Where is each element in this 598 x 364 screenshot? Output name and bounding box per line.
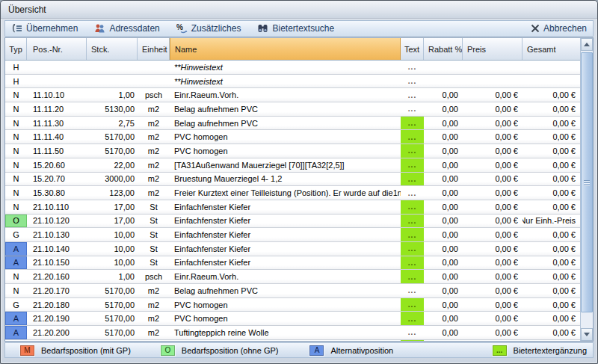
cell-einheit	[138, 61, 170, 74]
cell-bietertext[interactable]: ...	[401, 326, 424, 339]
percent-icon: %	[176, 23, 188, 34]
cell-bietertext[interactable]: ...	[401, 61, 424, 74]
cell-bietertext[interactable]: ...	[401, 228, 424, 241]
thumb-grip-icon	[584, 180, 590, 181]
column-header-text[interactable]: Text	[401, 38, 424, 60]
abbrechen-button[interactable]: Abbrechen	[531, 23, 587, 34]
cell-einheit: m2	[138, 173, 170, 186]
vertical-scrollbar[interactable]	[580, 38, 593, 341]
table-row[interactable]: A 21.10.140 10,00 St Einfachfenster Kief…	[5, 242, 580, 256]
cell-bietertext[interactable]: ...	[401, 298, 424, 312]
cell-bietertext[interactable]: ...	[401, 173, 424, 186]
column-header-stck[interactable]: Stck.	[87, 38, 138, 60]
column-header-einheit[interactable]: Einheit	[138, 38, 170, 60]
cell-typ: N	[5, 102, 27, 116]
adressdaten-button[interactable]: Adressdaten	[94, 23, 159, 34]
scroll-up-button[interactable]	[581, 38, 593, 51]
cell-einheit: St	[138, 242, 170, 256]
legend-color-dots: ...	[493, 345, 507, 356]
bietertextsuche-button[interactable]: Bietertextsuche	[257, 23, 334, 34]
uebernehmen-button[interactable]: Übernehmen	[11, 23, 78, 34]
cell-bietertext[interactable]: ...	[401, 144, 424, 158]
column-header-gesamt[interactable]: Gesamt	[523, 38, 580, 60]
cell-preis: 0,00 €	[463, 186, 523, 200]
cell-gesamt: 0,00 €	[523, 88, 580, 102]
cell-typ: N	[5, 130, 27, 144]
cell-einheit: m2	[138, 312, 170, 325]
cell-bietertext[interactable]: ...	[401, 270, 424, 283]
cell-bietertext[interactable]: ...	[401, 186, 424, 200]
cell-bietertext[interactable]: ...	[401, 158, 424, 172]
column-header-rabatt[interactable]: Rabatt %	[424, 38, 463, 60]
cell-typ: A	[5, 242, 27, 256]
table-row[interactable]: A 21.20.190 5170,00 m2 PVC homogen ... 0…	[5, 312, 580, 326]
table-row[interactable]: N 11.10.10 1,00 psch Einr.Raeum.Vorh. ..…	[5, 88, 580, 102]
cell-bietertext[interactable]: ...	[401, 256, 424, 270]
legend-bar: M Bedarfsposition (mit GP) O Bedarfsposi…	[4, 342, 594, 358]
table-row[interactable]: N 15.20.60 22,00 m2 [TA31Außenwand Mauer…	[5, 158, 580, 173]
table-row[interactable]: A 21.10.150 10,00 St Einfachfenster Kief…	[5, 256, 580, 271]
cell-einheit: m2	[138, 284, 170, 297]
scroll-down-button[interactable]	[581, 328, 593, 341]
cell-typ: N	[5, 117, 27, 130]
cell-bietertext[interactable]: ...	[401, 102, 424, 116]
cell-rabatt: 0,00	[424, 312, 463, 325]
arrow-down-icon	[584, 333, 590, 336]
cell-bietertext[interactable]: ...	[401, 130, 424, 144]
name-text: PVC homogen	[174, 314, 228, 323]
grid-header: Typ Pos.-Nr. Stck. Einheit Name Text Rab…	[5, 38, 580, 61]
column-header-pos-nr[interactable]: Pos.-Nr.	[27, 38, 87, 60]
cell-bietertext[interactable]: ...	[401, 312, 424, 325]
column-header-name[interactable]: Name	[170, 38, 401, 60]
name-text: Einr.Raeum.Vorh.	[174, 90, 238, 99]
name-text: PVC homogen	[174, 146, 228, 155]
table-row[interactable]: N 15.30.80 123,00 m2 Freier Kurztext ein…	[5, 186, 580, 200]
cell-typ: N	[5, 88, 27, 102]
table-row[interactable]: A 21.20.200 5170,00 m2 Tuftingteppich re…	[5, 326, 580, 340]
table-row[interactable]: N 11.11.40 5170,00 m2 PVC homogen ... 0,…	[5, 130, 580, 144]
table-row[interactable]: G 21.20.180 5170,00 m2 PVC homogen ... 0…	[5, 298, 580, 312]
cell-preis: 0,00 €	[463, 270, 523, 283]
cell-bietertext[interactable]: ...	[401, 117, 424, 130]
name-overflow-text: 1maximal...	[393, 188, 401, 197]
scrollbar-thumb[interactable]	[581, 52, 593, 312]
cell-stck: 17,00	[87, 200, 138, 214]
cell-preis: 0,00 €	[463, 242, 523, 256]
table-row[interactable]: N 21.10.110 17,00 St Einfachfenster Kief…	[5, 200, 580, 215]
table-row[interactable]: N 11.11.50 5170,00 m2 PVC homogen ... 0,…	[5, 144, 580, 158]
name-text: PVC homogen	[174, 300, 228, 309]
cell-gesamt: 0,00 €	[523, 186, 580, 200]
table-row[interactable]: O 21.10.120 17,00 St Einfachfenster Kief…	[5, 215, 580, 229]
cell-bietertext[interactable]: ...	[401, 75, 424, 88]
cell-rabatt: 0,00	[424, 326, 463, 339]
table-row[interactable]: N 11.11.30 2,75 m2 Belag aufnehmen PVC .…	[5, 117, 580, 131]
cell-typ: A	[5, 312, 27, 325]
table-row[interactable]: N 21.20.160 1,00 psch Einr.Raeum.Vorh. .…	[5, 270, 580, 284]
cell-bietertext[interactable]: ...	[401, 88, 424, 102]
table-row[interactable]: H **Hinweistext ...	[5, 75, 580, 89]
cell-gesamt: 0,00 €	[523, 284, 580, 297]
table-row[interactable]: N 21.20.170 5170,00 m2 Belag aufnehmen P…	[5, 284, 580, 298]
name-text: Einfachfenster Kiefer	[174, 216, 250, 225]
cell-name: Einfachfenster Kiefer	[170, 200, 401, 214]
column-header-typ[interactable]: Typ	[5, 38, 27, 60]
cell-pos-nr: 21.20.160	[27, 270, 87, 283]
cell-pos-nr: 11.11.20	[27, 102, 87, 116]
cell-bietertext[interactable]: ...	[401, 284, 424, 297]
cell-bietertext[interactable]: ...	[401, 200, 424, 214]
cell-stck: 1,00	[87, 88, 138, 102]
table-row[interactable]: H **Hinweistext ...	[5, 61, 580, 75]
cell-typ: A	[5, 256, 27, 270]
cell-bietertext[interactable]: ...	[401, 242, 424, 256]
cell-bietertext[interactable]: ...	[401, 215, 424, 228]
cell-typ: A	[5, 326, 27, 339]
cell-pos-nr: 21.10.150	[27, 256, 87, 270]
zusaetzliches-button[interactable]: % Zusätzliches	[176, 23, 241, 34]
table-row[interactable]: G 21.10.130 10,00 St Einfachfenster Kief…	[5, 228, 580, 242]
table-row[interactable]: N 15.20.70 3000,00 m2 Bruestung Mauerzie…	[5, 173, 580, 187]
title-bar[interactable]: Übersicht	[1, 1, 597, 19]
cell-einheit: St	[138, 228, 170, 241]
column-header-preis[interactable]: Preis	[463, 38, 523, 60]
table-row[interactable]: N 11.11.20 5130,00 m2 Belag aufnehmen PV…	[5, 102, 580, 117]
cell-stck: 123,00	[87, 186, 138, 200]
